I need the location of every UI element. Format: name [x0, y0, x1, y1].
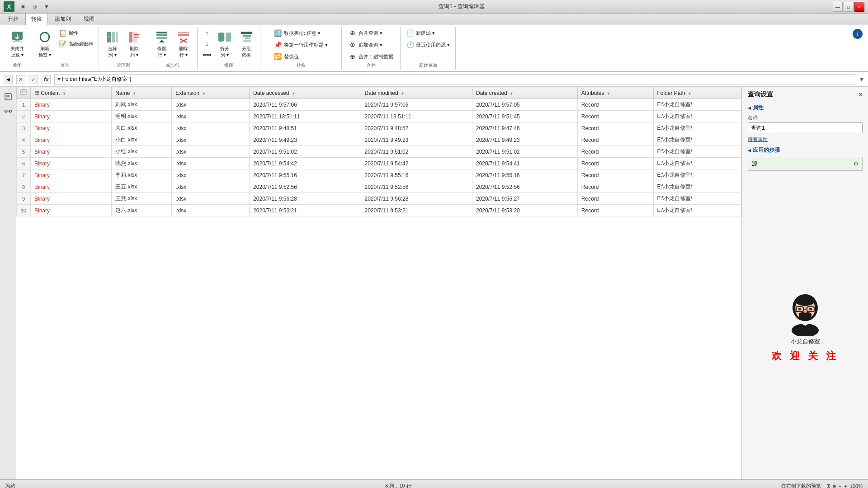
qa-save-btn[interactable]: ■ — [18, 2, 28, 12]
recent-sources-button[interactable]: 🕐 最近使用的源 ▾ — [404, 40, 452, 50]
table-area[interactable]: Content ▼ Name ▼ Extension ▼ Date access… — [16, 87, 741, 479]
cell-name: 刘武.xlsx — [112, 99, 172, 111]
col-content[interactable]: Content ▼ — [31, 87, 112, 99]
table-row[interactable]: 7 Binary 李莉.xlsx .xlsx 2020/7/11 9:55:16… — [17, 169, 741, 181]
col-date-modified[interactable]: Date modified ▼ — [361, 87, 472, 99]
status-info: 8 列，10 行 — [385, 483, 411, 488]
maximize-button[interactable]: □ — [844, 2, 854, 12]
step-gear-icon[interactable]: ⚙ — [854, 161, 859, 167]
status-list-icon[interactable]: ≡ — [833, 483, 836, 488]
refresh-preview-button[interactable]: 刷新预览 ▾ — [35, 28, 55, 59]
minimize-button[interactable]: — — [833, 2, 843, 12]
query-name-input[interactable] — [748, 122, 863, 133]
svg-rect-14 — [178, 32, 189, 33]
ribbon-group-query: 刷新预览 ▾ 📋 属性 📝 高级编辑器 查询 — [31, 27, 99, 70]
right-panel-close[interactable]: × — [859, 91, 863, 98]
delete-columns-button[interactable]: 删除列 ▾ — [124, 28, 144, 59]
formula-input[interactable] — [54, 74, 855, 85]
cell-modified: 2020/7/11 13:51:11 — [361, 111, 472, 122]
cell-ext: .xlsx — [172, 122, 250, 134]
table-row[interactable]: 6 Binary 晓燕.xlsx .xlsx 2020/7/11 9:54:42… — [17, 158, 741, 169]
ribbon-group-close: 关闭并上载 ▾ 关闭 — [4, 27, 31, 70]
ribbon: 关闭并上载 ▾ 关闭 刷新预览 ▾ 📋 属性 📝 高级编辑器 — [0, 25, 868, 72]
cell-modified: 2020/7/11 9:48:52 — [361, 122, 472, 134]
keep-rows-button[interactable]: 保留行 ▾ — [152, 28, 172, 59]
table-row[interactable]: 3 Binary 大白.xlsx .xlsx 2020/7/11 9:48:51… — [17, 122, 741, 134]
status-zoom-out[interactable]: − — [839, 483, 841, 488]
col-extension[interactable]: Extension ▼ — [172, 87, 250, 99]
cell-created: 2020/7/11 9:53:20 — [472, 205, 578, 216]
close-button[interactable]: × — [854, 2, 864, 12]
data-type-button[interactable]: 🔠 数据类型: 任意 ▾ — [272, 28, 322, 38]
cell-attrs: Record — [577, 169, 653, 181]
new-source-button[interactable]: 📄 新建源 ▾ — [404, 28, 437, 38]
qa-smiley-btn[interactable]: ☺ — [30, 2, 40, 12]
tab-view[interactable]: 视图 — [78, 13, 100, 25]
sort-desc-button[interactable]: ↓ — [201, 39, 213, 49]
table-row[interactable]: 4 Binary 小白.xlsx .xlsx 2020/7/11 9:49:23… — [17, 134, 741, 146]
merge-query-button[interactable]: ⊕ 合并查询 ▾ — [347, 28, 384, 38]
cell-rownum: 3 — [17, 122, 31, 134]
tab-add-column[interactable]: 添加列 — [49, 13, 77, 25]
tab-transform[interactable]: 转换 — [25, 13, 48, 25]
sort-asc-button[interactable]: ↑ — [201, 28, 213, 38]
cell-ext: .xlsx — [172, 134, 250, 146]
append-query-button[interactable]: ⊕ 追加查询 ▾ — [347, 40, 384, 50]
col-folder-path[interactable]: Folder Path ▼ — [653, 87, 741, 99]
ribbon-group-transform: 🔠 数据类型: 任意 ▾ 📌 将第一行用作标题 ▾ 🔁 替换值 转换 — [260, 27, 342, 70]
delete-rows-button[interactable]: 删除行 ▾ — [174, 28, 193, 59]
col-date-accessed[interactable]: Date accessed ▼ — [250, 87, 361, 99]
table-row[interactable]: 8 Binary 王五.xlsx .xlsx 2020/7/11 9:52:56… — [17, 181, 741, 193]
ribbon-group-manage: 选择列 ▾ 删除列 ▾ 管理列 — [99, 27, 148, 70]
close-load-button[interactable]: 关闭并上载 ▾ — [7, 28, 27, 59]
col-name[interactable]: Name ▼ — [112, 87, 172, 99]
properties-icon: 📋 — [58, 29, 66, 37]
replace-values-button[interactable]: 🔁 替换值 — [272, 52, 301, 61]
cell-path: E:\小龙自修室\ — [653, 99, 741, 111]
ribbon-group-reduce: 保留行 ▾ 删除行 ▾ 减少行 — [148, 27, 198, 70]
cell-ext: .xlsx — [172, 146, 250, 158]
cell-attrs: Record — [577, 111, 653, 122]
col-attributes[interactable]: Attributes ▼ — [577, 87, 653, 99]
svg-marker-13 — [159, 40, 165, 42]
table-row[interactable]: 2 Binary 明明.xlsx .xlsx 2020/7/11 13:51:1… — [17, 111, 741, 122]
cancel-formula-btn[interactable]: ✕ — [16, 75, 25, 84]
info-icon[interactable]: i — [853, 29, 863, 39]
group-by-button[interactable]: 分组依据 — [236, 28, 256, 59]
status-grid-icon[interactable]: ⊞ — [826, 483, 830, 488]
status-right: 在右侧下载的预览 ⊞ ≡ − + 100% — [781, 483, 863, 488]
table-row[interactable]: 10 Binary 赵六.xlsx .xlsx 2020/7/11 9:53:2… — [17, 205, 741, 216]
svg-rect-6 — [129, 32, 132, 42]
use-first-row-button[interactable]: 📌 将第一行用作标题 ▾ — [272, 40, 330, 50]
svg-point-45 — [804, 312, 811, 316]
use-first-row-label: 将第一行用作标题 ▾ — [284, 42, 328, 48]
table-row[interactable]: 9 Binary 王燕.xlsx .xlsx 2020/7/11 9:56:28… — [17, 193, 741, 205]
confirm-formula-btn[interactable]: ✓ — [29, 75, 38, 84]
status-zoom-in[interactable]: + — [844, 483, 847, 488]
step-source[interactable]: 源 ⚙ — [748, 157, 863, 171]
right-panel: 查询设置 × 属性 名称 所有属性 应用的步骤 源 ⚙ — [741, 87, 868, 479]
group-by-label: 分组依据 — [242, 46, 251, 58]
col-date-created[interactable]: Date created ▼ — [472, 87, 578, 99]
sort-ab-button[interactable]: ⟺ — [201, 50, 213, 60]
merge-binary-button[interactable]: ⊕ 合并二进制数据 — [347, 52, 395, 61]
table-row[interactable]: 1 Binary 刘武.xlsx .xlsx 2020/7/11 9:57:06… — [17, 99, 741, 111]
sidebar-queries-icon[interactable] — [2, 90, 14, 103]
tab-start[interactable]: 开始 — [2, 13, 24, 25]
sidebar-connections-icon[interactable] — [2, 105, 14, 117]
svg-rect-24 — [243, 40, 251, 42]
table-row[interactable]: 5 Binary 小红.xlsx .xlsx 2020/7/11 9:51:02… — [17, 146, 741, 158]
qa-dropdown-btn[interactable]: ▼ — [42, 2, 52, 12]
query-col: 📋 属性 📝 高级编辑器 — [57, 28, 95, 49]
formula-expand-btn[interactable]: ▼ — [859, 76, 864, 83]
merge-binary-icon: ⊕ — [349, 52, 357, 61]
nav-left-btn[interactable]: ◀ — [4, 75, 13, 84]
cell-modified: 2020/7/11 9:49:23 — [361, 134, 472, 146]
use-first-row-icon: 📌 — [274, 41, 282, 49]
advanced-editor-button[interactable]: 📝 高级编辑器 — [57, 39, 95, 49]
cell-name: 赵六.xlsx — [112, 205, 172, 216]
all-properties-link[interactable]: 所有属性 — [748, 136, 863, 143]
properties-button[interactable]: 📋 属性 — [57, 28, 95, 38]
split-column-button[interactable]: 拆分列 ▾ — [215, 28, 235, 59]
select-columns-button[interactable]: 选择列 ▾ — [103, 28, 123, 59]
